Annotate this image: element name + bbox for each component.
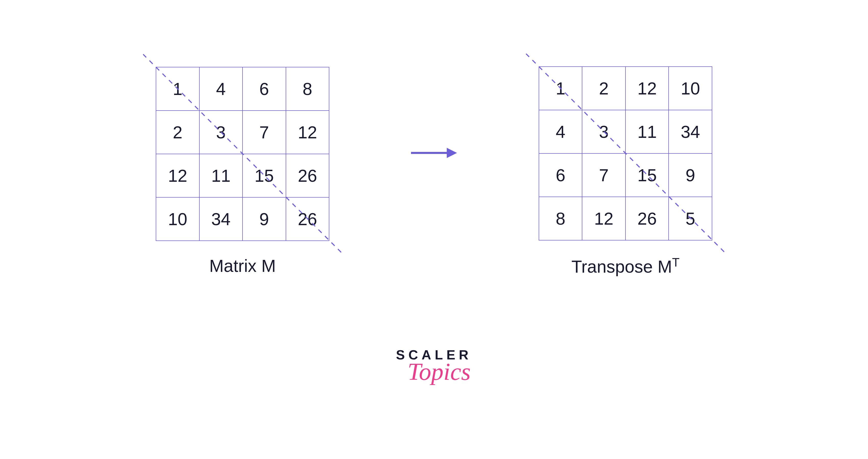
matrix-cell: 7 — [582, 153, 625, 197]
matrix-cell: 26 — [625, 197, 669, 240]
matrix-cell: 6 — [539, 153, 582, 197]
matrix-cell: 12 — [582, 197, 625, 240]
matrix-cell: 1 — [539, 67, 582, 110]
matrix-cell: 11 — [199, 154, 243, 197]
transpose-diagram: 1 4 6 8 2 3 7 12 12 11 15 26 — [0, 0, 868, 276]
arrow-container — [411, 145, 457, 197]
matrix-cell: 9 — [243, 197, 286, 241]
matrix-cell: 15 — [243, 154, 286, 197]
matrix-cell: 1 — [156, 67, 199, 111]
matrix-cell: 11 — [625, 110, 669, 153]
matrix-cell: 9 — [669, 153, 712, 197]
matrix-cell: 6 — [243, 67, 286, 111]
matrix-cell: 8 — [286, 67, 329, 111]
matrix-cell: 15 — [625, 153, 669, 197]
matrix-cell: 2 — [582, 67, 625, 110]
matrix-cell: 12 — [625, 67, 669, 110]
matrix-cell: 26 — [286, 197, 329, 241]
matrix-cell: 7 — [243, 111, 286, 154]
matrix-m-label: Matrix M — [209, 256, 276, 276]
matrix-cell: 26 — [286, 154, 329, 197]
matrix-m-block: 1 4 6 8 2 3 7 12 12 11 15 26 — [156, 67, 329, 276]
matrix-cell: 8 — [539, 197, 582, 240]
matrix-cell: 12 — [286, 111, 329, 154]
matrix-cell: 10 — [156, 197, 199, 241]
matrix-cell: 10 — [669, 67, 712, 110]
matrix-cell: 12 — [156, 154, 199, 197]
matrix-cell: 34 — [669, 110, 712, 153]
matrix-m: 1 4 6 8 2 3 7 12 12 11 15 26 — [156, 67, 329, 241]
matrix-cell: 3 — [199, 111, 243, 154]
matrix-cell: 3 — [582, 110, 625, 153]
matrix-mt-label-text: Transpose M — [571, 257, 672, 276]
logo-line-2: Topics — [401, 358, 477, 386]
matrix-cell: 34 — [199, 197, 243, 241]
matrix-mt: 1 2 12 10 4 3 11 34 6 7 15 9 — [539, 66, 712, 241]
matrix-cell: 2 — [156, 111, 199, 154]
matrix-cell: 4 — [199, 67, 243, 111]
scaler-topics-logo: SCALER Topics — [396, 347, 472, 386]
matrix-mt-wrapper: 1 2 12 10 4 3 11 34 6 7 15 9 — [539, 66, 712, 240]
matrix-mt-label-super: T — [672, 255, 679, 269]
matrix-cell: 4 — [539, 110, 582, 153]
matrix-mt-block: 1 2 12 10 4 3 11 34 6 7 15 9 — [539, 66, 712, 276]
matrix-cell: 5 — [669, 197, 712, 240]
svg-marker-2 — [447, 148, 457, 158]
arrow-right-icon — [411, 145, 457, 160]
matrix-mt-label: Transpose MT — [571, 255, 680, 276]
matrix-m-wrapper: 1 4 6 8 2 3 7 12 12 11 15 26 — [156, 67, 329, 241]
